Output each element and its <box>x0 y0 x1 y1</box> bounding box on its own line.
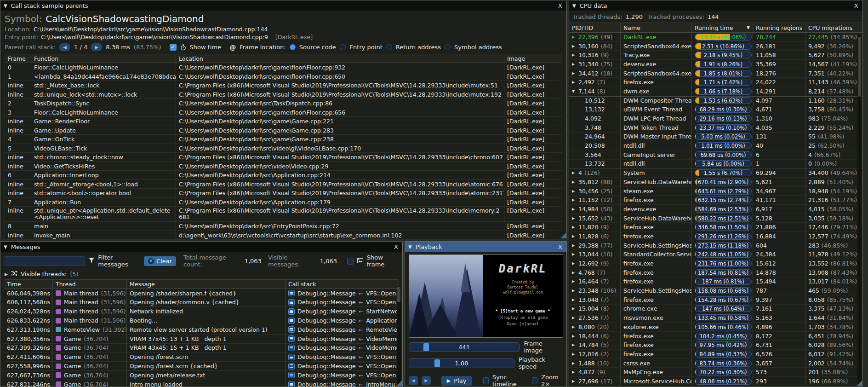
cpu-thread-row[interactable]: 10,512DWM Compositor Thread1.53 s (6.63%… <box>569 96 862 105</box>
column-header-message[interactable]: Message <box>127 280 286 289</box>
cpu-process-row[interactable]: ▶4(126)System1.55 s (6.70%)69,29434,400(… <box>569 168 862 178</box>
close-icon[interactable]: X <box>557 243 563 250</box>
expand-icon[interactable]: ▶ <box>5 272 8 277</box>
expand-arrow-icon[interactable]: ▶ <box>572 296 576 303</box>
message-row[interactable]: 626,024,328nsMain thread(31,596)Network … <box>4 307 399 316</box>
cpu-thread-row[interactable]: 3,748DWM Token Thread23.37 ms (0.10%)4,0… <box>569 123 862 133</box>
expand-arrow-icon[interactable]: ▶ <box>572 269 576 276</box>
expand-arrow-icon[interactable]: ▶ <box>572 287 576 294</box>
callstack-table-row[interactable]: 5VideoGLBase::TickC:\Users\wolf\Desktop\… <box>5 144 562 153</box>
expand-arrow-icon[interactable]: ▶ <box>572 378 576 385</box>
message-row[interactable]: 626,833,622nsMain thread(31,596)Booting.… <box>4 316 399 325</box>
callstack-list-icon[interactable] <box>288 290 295 296</box>
cpu-process-row[interactable]: ▶4,872(9)MsMpEng.exe70.22 ms (0.30%)5732… <box>569 368 862 377</box>
callstack-table-row[interactable]: 7Application::RunC:\Users\wolf\Desktop\d… <box>5 198 562 207</box>
callstack-table-row[interactable]: inlinestd::_Atomic_storage<bool,1>::load… <box>5 180 562 189</box>
column-header-cpu-migrations[interactable]: CPU migrations <box>805 23 862 32</box>
clear-button[interactable]: ✕ Clear <box>144 256 176 266</box>
cpu-process-row[interactable]: ▶15,652(43)ServiceHub.DataWarehou580.22 … <box>569 214 862 223</box>
step-forward-button[interactable]: ▶ <box>422 376 431 385</box>
cpu-process-row[interactable]: ▶27,536(7)msvsmon.exe133.45 ms (0.58%)5,… <box>569 313 862 323</box>
cpu-process-row[interactable]: ▶35,812(88)ServiceHub.DataWarehou670.41 … <box>569 178 862 187</box>
callstack-list-icon[interactable] <box>288 381 295 387</box>
expand-arrow-icon[interactable]: ▶ <box>572 206 576 213</box>
callstack-list-icon[interactable] <box>288 308 295 315</box>
expand-arrow-icon[interactable]: ▶ <box>572 52 576 58</box>
column-header-callstack[interactable]: Call stack <box>286 280 399 289</box>
cpu-process-row[interactable]: ▶34,412(18)ScriptedSandbox64.exe1.85 s (… <box>569 69 862 78</box>
expand-arrow-icon[interactable]: ▶ <box>572 70 576 77</box>
cpu-process-row[interactable]: ▶31,340(75)devenv.exe1.91 s (8.26%)35,36… <box>569 60 862 69</box>
cpu-process-row[interactable]: ▶14,784(5)firefox.exe97.95 ms (0.42%)6,7… <box>569 341 862 350</box>
column-header-frame[interactable]: Frame <box>5 54 31 63</box>
callstack-table-row[interactable]: 4Game::OnTickC:\Users\wolf\Desktop\darkr… <box>5 135 562 144</box>
callstack-table-row[interactable]: inlinestd::atomic<bool>::operator boolC:… <box>5 189 562 198</box>
cpu-process-row[interactable]: ▶27,696(17)Microsoft.ServiceHub.Co48.06 … <box>569 377 862 386</box>
message-row[interactable]: 606,117,568nsMain thread(31,596)Opening … <box>4 298 399 307</box>
step-back-button[interactable]: ◀ <box>409 376 418 385</box>
cpu-thread-row[interactable]: 13,732ntdll.dll5.84 us (0.00%)10(0.00%) <box>569 160 862 169</box>
collapse-icon[interactable]: ▼ <box>408 244 412 249</box>
expand-arrow-icon[interactable]: ▶ <box>572 179 576 185</box>
callstack-table-row[interactable]: inlineVideo::GetTicksHiResC:\Users\wolf\… <box>5 162 562 171</box>
visible-threads-row[interactable]: ▶ Visible threads: (5) <box>0 270 402 279</box>
cpu-thread-row[interactable]: 20,508ntdll.dll1.01 ms (0.00%)4025(62.50… <box>569 141 862 150</box>
cpu-process-row[interactable]: ▶12,692(9)firefox.exe231.76 ms (1.00%)15… <box>569 259 862 268</box>
close-icon[interactable]: X <box>557 2 563 9</box>
column-header-name[interactable]: Name <box>621 23 692 32</box>
cpu-process-row[interactable]: ▼7,144(8)dwm.exe1.66 s (7.18%)14,2918,21… <box>569 87 862 96</box>
callstack-list-icon[interactable] <box>288 326 295 333</box>
callstack-list-icon[interactable] <box>288 299 295 306</box>
expand-arrow-icon[interactable]: ▶ <box>572 43 576 50</box>
cpu-process-row[interactable]: ▶1,488(10)csrss.exe83.74 ms (0.36%)3,657… <box>569 359 862 368</box>
resize-grip[interactable] <box>857 381 862 386</box>
cpu-thread-row[interactable]: 24,964DWM Master Input Thread5.03 ms (0.… <box>569 133 862 142</box>
cpu-process-row[interactable]: ▶23,348(106)ServiceHub.SettingsHost158.0… <box>569 286 862 295</box>
expand-arrow-icon[interactable]: ▶ <box>572 233 576 240</box>
cpu-process-row[interactable]: ▶13,044(10)StandardCollector.Servic242.4… <box>569 250 862 260</box>
column-header-time[interactable]: Time <box>4 280 53 289</box>
cpu-process-row[interactable]: ▶30,160(84)ScriptedSandbox64.exe2.51 s (… <box>569 42 862 51</box>
callstack-table-row[interactable]: 1<lambda_84a19dc444fae966ca174e83e708bdc… <box>5 72 562 81</box>
cpu-process-row[interactable]: ▶11,152(12)firefox.exe632.15 ms (2.74%)4… <box>569 196 862 205</box>
callstack-table-row[interactable]: 8mainC:\Users\wolf\Desktop\darkrl\src\En… <box>5 222 562 231</box>
cpu-process-row[interactable]: ▶14,984(50)devenv.exe584.69 ms (2.53%)6,… <box>569 205 862 214</box>
expand-arrow-icon[interactable]: ▶ <box>572 341 576 348</box>
show-frame-checkbox[interactable] <box>347 258 354 265</box>
cpu-thread-row[interactable]: 4,092DWM LPC Port Thread29.16 ms (0.13%)… <box>569 114 862 123</box>
expand-arrow-icon[interactable]: ▶ <box>572 188 576 195</box>
cpu-process-row[interactable]: ▶18,444(6)firefox.exe104.2 ms (0.45%)8,1… <box>569 332 862 341</box>
messages-scrollbar[interactable] <box>397 286 401 385</box>
resize-grip[interactable] <box>560 233 566 238</box>
expand-arrow-icon[interactable]: ▶ <box>572 369 576 375</box>
callstack-table-row[interactable]: 0Floor::CalcLightNoLuminanceC:\Users\wol… <box>5 63 562 72</box>
expand-arrow-icon[interactable]: ▶ <box>572 260 576 267</box>
close-icon[interactable]: X <box>393 243 399 250</box>
callstack-table-row[interactable]: inlinestd::_Mutex_base::lockC:\Program F… <box>5 81 562 90</box>
collapse-icon[interactable]: ▼ <box>4 244 7 249</box>
callstack-list-icon[interactable] <box>288 335 295 342</box>
column-header-thread[interactable]: Thread <box>53 280 127 289</box>
zoom-2x-checkbox[interactable] <box>532 377 537 384</box>
expand-arrow-icon[interactable]: ▶ <box>572 224 576 231</box>
frame-location-radio-entry-point[interactable] <box>340 44 346 50</box>
cpu-scrollbar-thumb[interactable] <box>858 37 861 97</box>
expand-arrow-icon[interactable]: ▶ <box>572 196 576 203</box>
callstack-table-row[interactable]: inlinestd::unique_lock<std::mutex>::lock… <box>5 90 562 99</box>
collapse-icon[interactable]: ▼ <box>572 3 576 8</box>
messages-scrollbar-thumb[interactable] <box>397 287 400 302</box>
cpu-thread-row[interactable]: 13,132uDWM Event Thread68.29 ms (0.30%)4… <box>569 105 862 115</box>
playback-speed-slider[interactable]: 1.00 <box>409 358 514 368</box>
expand-arrow-icon[interactable]: ▶ <box>572 323 576 330</box>
message-row[interactable]: 627,831,246nsGame(36,704)Intro menu load… <box>4 380 399 387</box>
column-header-pid-tid[interactable]: PID/TID <box>569 23 621 32</box>
message-row[interactable]: 627,558,996nsGame(36,704)Opening /forest… <box>4 362 399 371</box>
callstack-table-row[interactable]: 2TaskDispatch::SyncC:\Users\wolf\Desktop… <box>5 99 562 108</box>
callstack-table-row[interactable]: inlinestd::chrono::steady_clock::nowC:\P… <box>5 153 562 162</box>
column-header-function[interactable]: Function <box>31 54 176 63</box>
callstack-table-row[interactable]: inlineGame::UpdateC:\Users\wolf\Desktop\… <box>5 126 562 135</box>
filter-input[interactable] <box>4 256 85 266</box>
expand-arrow-icon[interactable]: ▶ <box>572 61 576 68</box>
cpu-process-row[interactable]: ▶16,464(7)firefox.exe187 ms (0.81%)15,49… <box>569 277 862 287</box>
column-header-running-regions[interactable]: Running regions <box>753 23 805 32</box>
